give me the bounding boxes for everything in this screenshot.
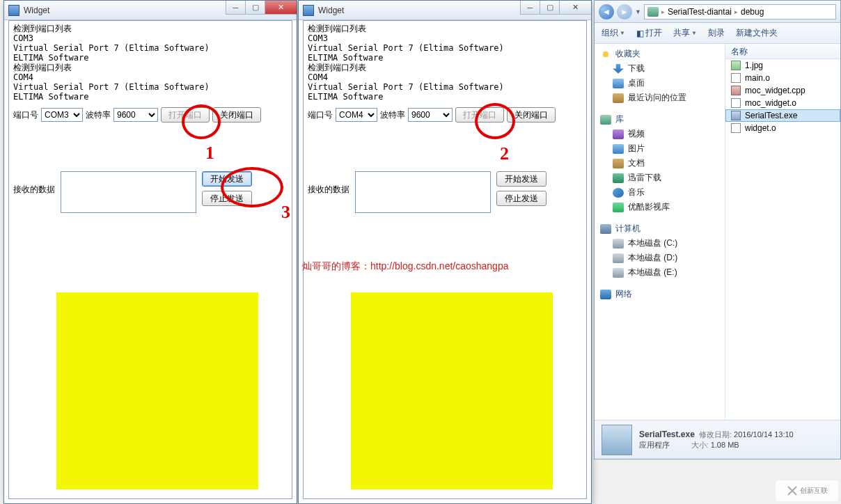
file-item[interactable]: moc_widget.cpp xyxy=(725,84,840,97)
video-icon xyxy=(613,129,624,139)
star-icon xyxy=(600,49,611,59)
annotation-number-1: 1 xyxy=(205,143,214,164)
disk-icon xyxy=(613,253,624,263)
recent-icon xyxy=(613,93,624,103)
detail-name: SerialTest.exe xyxy=(639,430,695,439)
start-send-button[interactable]: 开始发送 xyxy=(496,171,547,187)
folder-icon xyxy=(647,7,659,17)
recv-label: 接收的数据 xyxy=(308,184,349,196)
tree-item-video[interactable]: 视频 xyxy=(595,127,725,141)
port-select[interactable]: COM3 xyxy=(41,108,83,122)
tree-libraries[interactable]: 库 xyxy=(615,113,624,125)
baud-select[interactable]: 9600 xyxy=(113,108,158,122)
image-display xyxy=(351,292,553,489)
port-select[interactable]: COM4 xyxy=(336,108,377,122)
titlebar[interactable]: Widget ─ ▢ ✕ xyxy=(299,1,591,20)
close-port-button[interactable]: 关闭端口 xyxy=(212,107,261,123)
file-item[interactable]: moc_widget.o xyxy=(725,97,840,109)
baud-select[interactable]: 9600 xyxy=(408,108,453,122)
back-button[interactable]: ◄ xyxy=(599,4,614,19)
youku-icon xyxy=(613,203,624,212)
annotation-number-3: 3 xyxy=(281,202,290,223)
obj-file-icon xyxy=(731,98,741,108)
disk-icon xyxy=(613,268,624,278)
file-item[interactable]: main.o xyxy=(725,72,840,84)
tb-burn[interactable]: 刻录 xyxy=(708,27,725,39)
detail-date: 2016/10/14 13:10 xyxy=(734,430,794,439)
tree-item-desktop[interactable]: 桌面 xyxy=(595,76,725,90)
port-log: 检测到端口列表 COM3 Virtual Serial Port 7 (Elti… xyxy=(9,21,292,104)
file-item[interactable]: 1.jpg xyxy=(725,59,840,72)
tb-share[interactable]: 共享 ▼ xyxy=(673,27,697,39)
tree-item-disk-e[interactable]: 本地磁盘 (E:) xyxy=(595,265,725,280)
explorer-window: ◄ ► ▼ ▸ SerialTest-diantai ▸ debug 组织 ▼ … xyxy=(594,0,841,459)
document-icon xyxy=(613,159,624,168)
stop-send-button[interactable]: 停止发送 xyxy=(202,191,252,206)
tb-newfolder[interactable]: 新建文件夹 xyxy=(736,27,778,39)
download-icon xyxy=(613,64,624,74)
open-port-button[interactable]: 打开端口 xyxy=(455,107,504,123)
obj-file-icon xyxy=(731,123,741,133)
tree-item-disk-d[interactable]: 本地磁盘 (D:) xyxy=(595,251,725,265)
col-name[interactable]: 名称 xyxy=(725,44,840,59)
tree-item-downloads[interactable]: 下载 xyxy=(595,61,725,76)
xunlei-icon xyxy=(613,173,624,183)
site-watermark: 创新互联 xyxy=(776,480,838,501)
recv-label: 接收的数据 xyxy=(13,184,55,196)
tb-open[interactable]: ◧ 打开 xyxy=(636,27,662,39)
tree-item-music[interactable]: 音乐 xyxy=(595,185,725,200)
send-textbox[interactable] xyxy=(61,171,196,213)
exe-file-icon xyxy=(731,111,741,120)
close-button[interactable]: ✕ xyxy=(265,1,297,15)
maximize-button[interactable]: ▢ xyxy=(540,1,559,15)
library-icon xyxy=(600,115,611,125)
baud-label: 波特率 xyxy=(86,109,111,121)
details-pane: SerialTest.exe 修改日期: 2016/10/14 13:10 应用… xyxy=(595,420,840,459)
breadcrumb[interactable]: ▸ SerialTest-diantai ▸ debug xyxy=(644,4,836,19)
widget-window-1: Widget ─ ▢ ✕ 检测到端口列表 COM3 Virtual Serial… xyxy=(3,0,297,504)
breadcrumb-item[interactable]: debug xyxy=(741,7,764,17)
breadcrumb-item[interactable]: SerialTest-diantai xyxy=(668,7,732,17)
app-icon xyxy=(8,5,19,16)
tree-item-recent[interactable]: 最近访问的位置 xyxy=(595,90,725,105)
forward-button[interactable]: ► xyxy=(617,4,632,19)
image-display xyxy=(56,292,258,489)
file-item-selected[interactable]: SerialTest.exe xyxy=(725,109,840,122)
close-port-button[interactable]: 关闭端口 xyxy=(507,107,556,123)
tree-item-documents[interactable]: 文档 xyxy=(595,156,725,171)
tb-organize[interactable]: 组织 ▼ xyxy=(602,27,625,39)
tree-favorites[interactable]: 收藏夹 xyxy=(615,48,640,60)
client-area: 检测到端口列表 COM3 Virtual Serial Port 7 (Elti… xyxy=(8,20,292,499)
start-send-button[interactable]: 开始发送 xyxy=(202,171,252,187)
music-icon xyxy=(613,188,624,198)
titlebar[interactable]: Widget ─ ▢ ✕ xyxy=(4,1,297,20)
chevron-right-icon: ▸ xyxy=(734,8,738,15)
tree-item-pictures[interactable]: 图片 xyxy=(595,141,725,156)
detail-date-label: 修改日期: xyxy=(699,430,732,439)
tree-item-youku[interactable]: 优酷影视库 xyxy=(595,200,725,214)
nav-tree: 收藏夹 下载 桌面 最近访问的位置 库 视频 图片 文档 迅雷下载 音乐 优酷影… xyxy=(595,44,725,420)
minimize-button[interactable]: ─ xyxy=(520,1,540,15)
tree-item-disk-c[interactable]: 本地磁盘 (C:) xyxy=(595,236,725,251)
maximize-button[interactable]: ▢ xyxy=(245,1,265,15)
annotation-number-2: 2 xyxy=(500,143,509,164)
widget-window-2: Widget ─ ▢ ✕ 检测到端口列表 COM3 Virtual Serial… xyxy=(298,0,592,504)
stop-send-button[interactable]: 停止发送 xyxy=(496,191,547,206)
close-button[interactable]: ✕ xyxy=(559,1,591,15)
picture-icon xyxy=(613,144,624,154)
send-textbox[interactable] xyxy=(355,171,491,213)
computer-icon xyxy=(600,224,611,234)
detail-size-label: 大小: xyxy=(691,441,709,449)
tree-computer[interactable]: 计算机 xyxy=(615,223,640,235)
chevron-down-icon[interactable]: ▼ xyxy=(635,8,641,15)
obj-file-icon xyxy=(731,73,741,83)
client-area: 检测到端口列表 COM3 Virtual Serial Port 7 (Elti… xyxy=(303,20,587,499)
tree-network[interactable]: 网络 xyxy=(615,288,632,300)
image-file-icon xyxy=(731,61,741,70)
minimize-button[interactable]: ─ xyxy=(226,1,245,15)
blog-watermark-text: 灿哥哥的博客：http://blog.csdn.net/caoshangpa xyxy=(302,260,508,273)
open-port-button[interactable]: 打开端口 xyxy=(161,107,210,123)
nav-bar: ◄ ► ▼ ▸ SerialTest-diantai ▸ debug xyxy=(595,1,840,23)
tree-item-xunlei[interactable]: 迅雷下载 xyxy=(595,171,725,185)
file-item[interactable]: widget.o xyxy=(725,122,840,134)
